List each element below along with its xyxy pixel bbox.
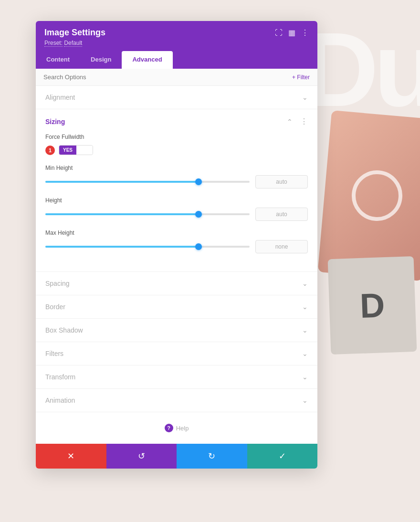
section-alignment-header[interactable]: Alignment ⌄ [36,86,317,109]
search-bar: + Filter [36,69,317,86]
height-track-container[interactable] [45,213,250,215]
min-height-track-container[interactable] [45,181,250,183]
preset-value: Default [64,40,82,47]
tab-advanced[interactable]: Advanced [122,51,172,69]
section-box-shadow-header[interactable]: Box Shadow ⌄ [36,319,317,342]
max-height-control [45,240,308,253]
height-input[interactable] [255,208,308,221]
section-sizing: Sizing ⌃ ⋮ Force Fullwidth 1 YES [36,109,317,272]
toggle-row: 1 YES [45,145,308,155]
section-border-header[interactable]: Border ⌄ [36,295,317,318]
animation-chevron: ⌄ [302,397,308,404]
section-transform: Transform ⌄ [36,365,317,389]
panel-header-top: Image Settings ⛶ ▦ ⋮ [44,28,309,38]
tab-design[interactable]: Design [80,51,122,69]
section-filters: Filters ⌄ [36,342,317,365]
product-image-2: D [328,256,417,355]
redo-icon: ↻ [208,451,215,461]
panel-preset[interactable]: Preset: Default [44,40,309,46]
force-fullwidth-toggle[interactable]: YES [59,145,93,155]
max-height-thumb[interactable] [195,243,202,250]
height-label: Height [45,197,308,204]
sizing-header-icons: ⌃ ⋮ [287,117,308,126]
preset-label: Preset: [44,40,63,47]
section-spacing-header[interactable]: Spacing ⌄ [36,272,317,295]
min-height-track [45,181,250,183]
product-letter: D [359,285,386,325]
height-row: Height [45,197,308,221]
box-shadow-title: Box Shadow [45,326,83,334]
panel-body: Alignment ⌄ Sizing ⌃ ⋮ Force Fullwidth 1… [36,86,317,444]
panel-title: Image Settings [44,28,105,38]
tab-content[interactable]: Content [36,51,80,69]
alignment-chevron: ⌄ [302,94,308,101]
border-chevron: ⌄ [302,303,308,311]
panel-footer: ✕ ↺ ↻ ✓ [36,444,317,469]
max-height-row: Max Height [45,230,308,253]
save-button[interactable]: ✓ [247,444,318,469]
toggle-no[interactable] [76,146,93,155]
section-sizing-header[interactable]: Sizing ⌃ ⋮ [36,109,317,134]
animation-title: Animation [45,397,75,404]
undo-icon: ↺ [138,451,145,461]
height-thumb[interactable] [195,211,202,218]
filters-chevron: ⌄ [302,350,308,357]
search-input[interactable] [43,73,292,81]
border-title: Border [45,303,65,311]
max-height-input[interactable] [255,240,308,253]
help-icon[interactable]: ? [165,424,173,432]
section-alignment: Alignment ⌄ [36,86,317,109]
section-box-shadow: Box Shadow ⌄ [36,319,317,342]
filters-title: Filters [45,350,63,357]
cancel-button[interactable]: ✕ [36,444,106,469]
columns-icon[interactable]: ▦ [288,28,295,37]
max-height-track [45,246,250,248]
height-control [45,208,308,221]
sizing-content: Force Fullwidth 1 YES Min Height [36,134,317,271]
min-height-control [45,175,308,188]
sizing-chevron: ⌃ [287,118,293,125]
section-transform-header[interactable]: Transform ⌄ [36,365,317,388]
toggle-yes[interactable]: YES [59,146,76,155]
section-filters-header[interactable]: Filters ⌄ [36,342,317,365]
height-fill [45,213,199,215]
badge-number: 1 [45,146,55,155]
alignment-title: Alignment [45,94,75,101]
filter-label: + Filter [292,74,310,81]
settings-panel: Image Settings ⛶ ▦ ⋮ Preset: Default Con… [36,21,317,469]
box-shadow-chevron: ⌄ [302,326,308,334]
help-label[interactable]: Help [176,425,189,432]
redo-button[interactable]: ↻ [177,444,247,469]
section-animation-header[interactable]: Animation ⌄ [36,389,317,412]
max-height-label: Max Height [45,230,308,236]
section-spacing: Spacing ⌄ [36,272,317,295]
filter-button[interactable]: + Filter [292,74,310,81]
panel-header-icons: ⛶ ▦ ⋮ [275,28,309,37]
max-height-track-container[interactable] [45,246,250,248]
force-fullwidth-label: Force Fullwidth [45,134,308,140]
min-height-thumb[interactable] [195,178,202,185]
height-track [45,213,250,215]
section-border: Border ⌄ [36,295,317,319]
section-animation: Animation ⌄ [36,389,317,412]
undo-button[interactable]: ↺ [106,444,177,469]
transform-chevron: ⌄ [302,373,308,381]
min-height-row: Min Height [45,165,308,188]
panel-tabs: Content Design Advanced [36,51,317,69]
panel-header: Image Settings ⛶ ▦ ⋮ Preset: Default [36,21,317,51]
help-section: ? Help [36,412,317,444]
sizing-title: Sizing [45,118,65,125]
spacing-chevron: ⌄ [302,280,308,287]
save-icon: ✓ [279,451,286,461]
product-image-1 [318,110,420,281]
sizing-more-icon[interactable]: ⋮ [300,117,308,126]
cancel-icon: ✕ [67,451,74,461]
spacing-title: Spacing [45,280,70,287]
more-icon[interactable]: ⋮ [301,28,309,37]
min-height-fill [45,181,199,183]
min-height-input[interactable] [255,175,308,188]
max-height-fill [45,246,199,248]
min-height-label: Min Height [45,165,308,171]
fullscreen-icon[interactable]: ⛶ [275,29,283,37]
transform-title: Transform [45,373,75,381]
